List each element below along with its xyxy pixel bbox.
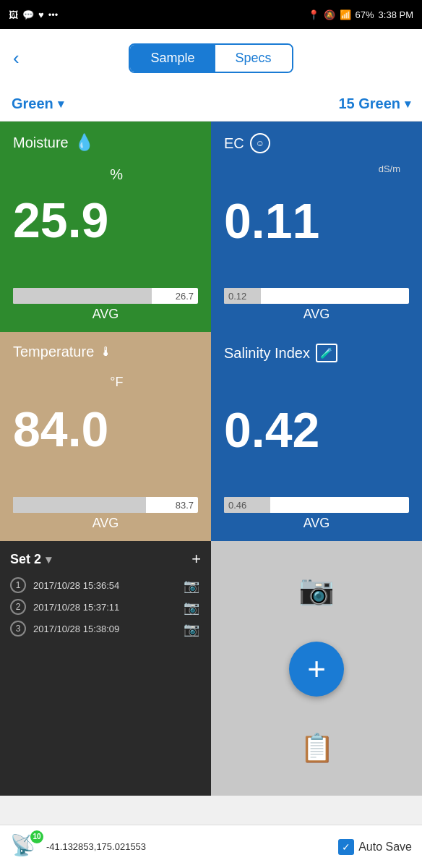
tab-specs[interactable]: Specs bbox=[215, 45, 292, 72]
15green-dropdown[interactable]: 15 Green ▾ bbox=[338, 95, 410, 112]
set-label: Set 2 bbox=[10, 552, 41, 567]
add-button[interactable]: + bbox=[289, 642, 344, 697]
ec-cell: EC ☺ 0.11 dS/m 0.12 AVG bbox=[211, 122, 422, 332]
temperature-avg-area: 83.7 AVG bbox=[13, 497, 198, 531]
green-label: Green bbox=[12, 95, 53, 112]
salinity-title: Salinity Index 🧪 bbox=[224, 344, 409, 362]
sample-entry-2[interactable]: 2 2017/10/28 15:37:11 📷 bbox=[10, 599, 201, 615]
autosave-checkbox[interactable]: ✓ bbox=[338, 839, 354, 855]
temperature-title: Temperature 🌡 bbox=[13, 344, 198, 360]
heart-icon: ♥ bbox=[38, 9, 44, 20]
dots-icon: ••• bbox=[48, 9, 59, 20]
temperature-value: 84.0 bbox=[13, 404, 108, 454]
moisture-cell: Moisture 💧 25.9 % 26.7 AVG bbox=[0, 122, 211, 332]
camera-icon-1[interactable]: 📷 bbox=[184, 578, 201, 592]
moisture-bar-fill bbox=[13, 288, 152, 304]
camera-icon-3[interactable]: 📷 bbox=[184, 621, 201, 636]
status-right-icons: 📍 🔕 📶 67% 3:38 PM bbox=[308, 9, 413, 20]
dropdowns-row: Green ▾ 15 Green ▾ bbox=[0, 87, 422, 122]
temperature-unit: °F bbox=[110, 375, 123, 390]
temperature-bar-fill bbox=[13, 497, 146, 513]
gps-icon-wrap: 📡 10 bbox=[10, 833, 40, 861]
action-panel: 📷 + 📋 bbox=[211, 541, 422, 796]
moisture-avg-area: 26.7 AVG bbox=[13, 288, 198, 322]
sample-number-2: 2 bbox=[10, 599, 26, 615]
gps-badge: 10 bbox=[30, 830, 43, 843]
edit-icon[interactable]: 📋 bbox=[300, 732, 334, 764]
metrics-grid: Moisture 💧 25.9 % 26.7 AVG EC ☺ 0.11 dS/… bbox=[0, 122, 422, 541]
temperature-cell: Temperature 🌡 84.0 °F 83.7 AVG bbox=[0, 332, 211, 541]
ec-title: EC ☺ bbox=[224, 133, 409, 153]
chevron-down-icon-right: ▾ bbox=[405, 97, 410, 111]
location-icon: 📍 bbox=[308, 9, 319, 20]
salinity-beaker-icon: 🧪 bbox=[316, 344, 337, 362]
salinity-cell: Salinity Index 🧪 0.42 0.46 AVG bbox=[211, 332, 422, 541]
chevron-down-icon: ▾ bbox=[58, 97, 64, 111]
salinity-avg-area: 0.46 AVG bbox=[224, 497, 409, 531]
ec-value: 0.11 bbox=[224, 196, 319, 245]
green-dropdown[interactable]: Green ▾ bbox=[12, 95, 64, 112]
mute-icon: 🔕 bbox=[324, 9, 335, 20]
status-left-icons: 🖼 💬 ♥ ••• bbox=[9, 9, 58, 20]
ec-avg-bar: 0.12 bbox=[224, 288, 409, 304]
header: ‹ Sample Specs bbox=[0, 29, 422, 87]
bottom-status-bar: 📡 10 -41.132853,175.021553 ✓ Auto Save bbox=[0, 825, 422, 868]
add-sample-button[interactable]: + bbox=[191, 550, 201, 569]
gps-coordinates: -41.132853,175.021553 bbox=[46, 841, 146, 852]
moisture-value-area: 25.9 % bbox=[13, 152, 198, 288]
salinity-avg-label: AVG bbox=[224, 516, 409, 531]
salinity-value-area: 0.42 bbox=[224, 362, 409, 497]
camera-large-icon[interactable]: 📷 bbox=[298, 573, 335, 607]
moisture-avg-label: AVG bbox=[13, 307, 198, 322]
gps-area: 📡 10 -41.132853,175.021553 bbox=[10, 833, 146, 861]
bottom-area: Set 2 ▾ + 1 2017/10/28 15:36:54 📷 2 2017… bbox=[0, 541, 422, 796]
sample-entry-1[interactable]: 1 2017/10/28 15:36:54 📷 bbox=[10, 577, 201, 593]
set-title: Set 2 ▾ bbox=[10, 552, 51, 567]
wifi-icon: 📶 bbox=[340, 9, 351, 20]
camera-icon-2[interactable]: 📷 bbox=[184, 600, 201, 614]
sample-number-1: 1 bbox=[10, 577, 26, 593]
salinity-avg-value: 0.46 bbox=[228, 500, 246, 511]
sample-time-1: 2017/10/28 15:36:54 bbox=[33, 580, 176, 591]
ec-unit: dS/m bbox=[379, 163, 400, 174]
moisture-avg-bar: 26.7 bbox=[13, 288, 198, 304]
temperature-avg-bar: 83.7 bbox=[13, 497, 198, 513]
status-bar: 🖼 💬 ♥ ••• 📍 🔕 📶 67% 3:38 PM bbox=[0, 0, 422, 29]
autosave-label: Auto Save bbox=[358, 841, 412, 854]
ec-circle-icon: ☺ bbox=[250, 133, 270, 153]
back-button[interactable]: ‹ bbox=[13, 47, 20, 69]
set-chevron-icon[interactable]: ▾ bbox=[46, 553, 51, 566]
time-display: 3:38 PM bbox=[379, 9, 413, 20]
autosave-area[interactable]: ✓ Auto Save bbox=[338, 839, 412, 855]
temperature-avg-value: 83.7 bbox=[176, 500, 194, 511]
moisture-value: 25.9 bbox=[13, 195, 108, 244]
ec-avg-area: 0.12 AVG bbox=[224, 288, 409, 322]
salinity-value: 0.42 bbox=[224, 405, 319, 454]
sample-entry-3[interactable]: 3 2017/10/28 15:38:09 📷 bbox=[10, 621, 201, 637]
image-icon: 🖼 bbox=[9, 9, 18, 20]
temperature-value-area: 84.0 °F bbox=[13, 360, 198, 497]
set-header: Set 2 ▾ + bbox=[10, 550, 201, 569]
tab-group: Sample Specs bbox=[129, 43, 293, 73]
ec-avg-label: AVG bbox=[224, 307, 409, 322]
temperature-avg-label: AVG bbox=[13, 516, 198, 531]
salinity-avg-bar: 0.46 bbox=[224, 497, 409, 513]
15green-label: 15 Green bbox=[338, 95, 400, 112]
moisture-avg-value: 26.7 bbox=[176, 291, 194, 302]
sample-time-3: 2017/10/28 15:38:09 bbox=[33, 624, 176, 634]
sample-number-3: 3 bbox=[10, 621, 26, 637]
ec-value-area: 0.11 dS/m bbox=[224, 153, 409, 288]
water-drop-icon: 💧 bbox=[74, 133, 94, 152]
message-icon: 💬 bbox=[22, 9, 34, 20]
battery-text: 67% bbox=[356, 9, 374, 20]
tab-sample[interactable]: Sample bbox=[130, 45, 215, 72]
moisture-unit: % bbox=[110, 166, 123, 183]
thermometer-icon: 🌡 bbox=[100, 344, 113, 359]
sample-time-2: 2017/10/28 15:37:11 bbox=[33, 602, 176, 613]
set-panel: Set 2 ▾ + 1 2017/10/28 15:36:54 📷 2 2017… bbox=[0, 541, 211, 796]
ec-avg-value: 0.12 bbox=[228, 291, 246, 302]
moisture-title: Moisture 💧 bbox=[13, 133, 198, 152]
